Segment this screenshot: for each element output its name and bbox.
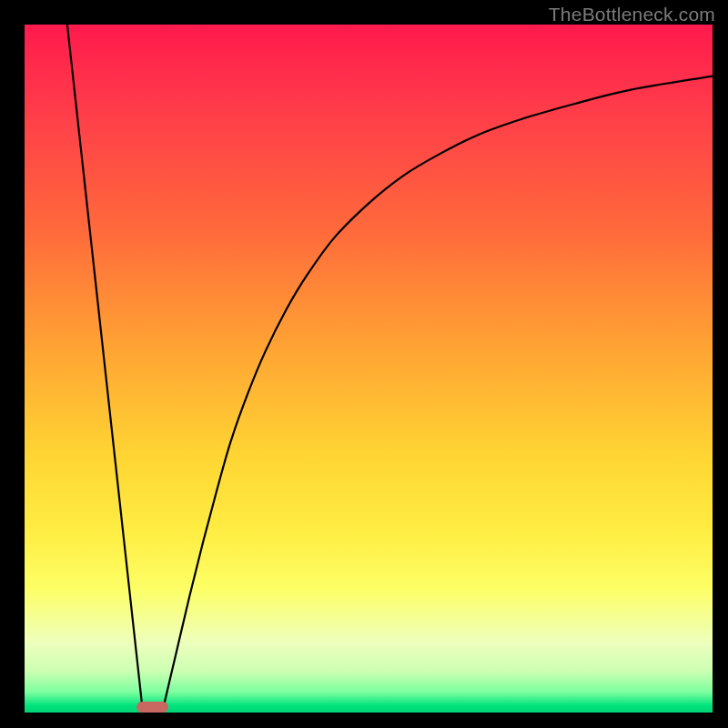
plot-area	[25, 25, 713, 713]
chart-frame: TheBottleneck.com	[0, 0, 728, 728]
bottleneck-curve	[25, 25, 713, 713]
bottleneck-marker	[136, 702, 168, 713]
watermark-text: TheBottleneck.com	[549, 4, 715, 25]
